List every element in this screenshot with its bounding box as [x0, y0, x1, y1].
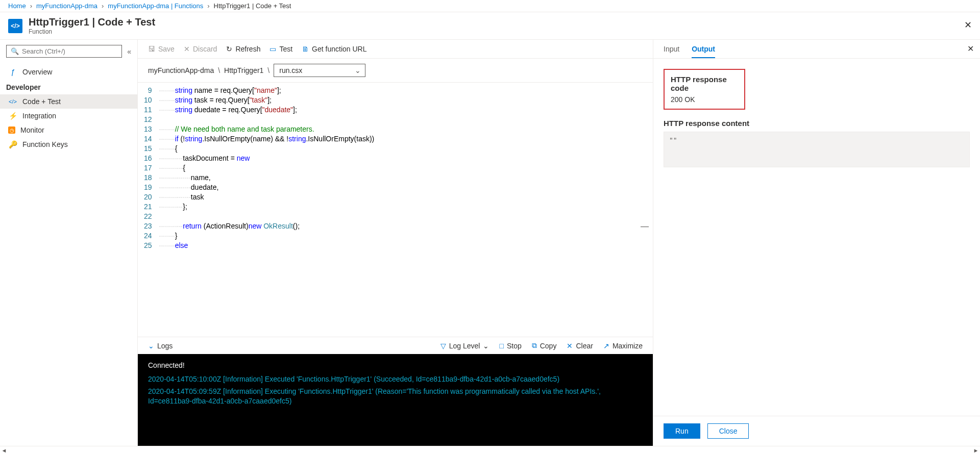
maximize-button[interactable]: ↗ Maximize	[603, 342, 643, 350]
search-field[interactable]	[22, 47, 117, 55]
code-icon: </>	[8, 98, 17, 105]
get-function-url-button[interactable]: 🗎 Get function URL	[302, 45, 366, 53]
breadcrumb-functions[interactable]: myFunctionApp-dma | Functions	[108, 2, 203, 10]
tab-output[interactable]: Output	[692, 45, 715, 58]
file-path-bar: myFunctionApp-dma \ HttpTrigger1 \ run.c…	[138, 59, 653, 83]
save-label: Save	[158, 45, 175, 53]
search-input[interactable]: 🔍	[6, 45, 122, 58]
refresh-icon: ↻	[226, 45, 232, 53]
center-pane: 🖫 Save ✕ Discard ↻ Refresh ▭ Test 🗎	[138, 40, 653, 446]
clear-icon: ✕	[567, 342, 573, 350]
filter-icon: ▽	[440, 342, 446, 350]
clear-label: Clear	[576, 342, 593, 350]
code-editor[interactable]: 910111213141516171819202122232425 ······…	[138, 83, 653, 337]
log-level-label: Log Level	[449, 342, 480, 350]
breadcrumb-current: HttpTrigger1 | Code + Test	[214, 2, 291, 10]
file-select-value: run.csx	[279, 66, 302, 74]
test-label: Test	[279, 45, 292, 53]
page-subtitle: Function	[29, 28, 155, 35]
clear-button[interactable]: ✕ Clear	[567, 342, 593, 350]
sidebar-item-label: Code + Test	[22, 97, 61, 106]
chevron-down-icon: ⌄	[148, 342, 154, 350]
sidebar-section-developer: Developer	[6, 83, 131, 91]
close-icon[interactable]: ✕	[964, 19, 972, 31]
sidebar-item-integration[interactable]: ⚡ Integration	[6, 109, 131, 123]
log-level-button[interactable]: ▽ Log Level ⌄	[440, 342, 489, 350]
sidebar-item-label: Monitor	[20, 126, 44, 134]
refresh-label: Refresh	[235, 45, 260, 53]
stop-icon: □	[499, 342, 503, 350]
response-code-value: 200 OK	[671, 95, 738, 104]
sidebar-item-label: Function Keys	[22, 140, 68, 148]
refresh-button[interactable]: ↻ Refresh	[226, 45, 260, 53]
chevron-right-icon: ›	[30, 2, 32, 10]
key-icon: 🔑	[8, 140, 17, 148]
sidebar-item-monitor[interactable]: ◷ Monitor	[6, 123, 131, 137]
discard-icon: ✕	[184, 45, 190, 53]
stop-label: Stop	[507, 342, 522, 350]
save-button[interactable]: 🖫 Save	[148, 45, 175, 53]
fold-icon[interactable]: —	[641, 221, 649, 231]
maximize-label: Maximize	[612, 342, 643, 350]
stop-button[interactable]: □ Stop	[499, 342, 521, 350]
sidebar-item-overview[interactable]: ƒ Overview	[6, 65, 131, 79]
scroll-right-icon[interactable]: ►	[972, 446, 980, 454]
copy-label: Copy	[540, 342, 557, 350]
code-area[interactable]: ········string name = req.Query["name"];…	[157, 83, 375, 337]
path-app: myFunctionApp-dma	[148, 66, 214, 74]
sidebar-item-label: Overview	[22, 68, 52, 76]
tab-input[interactable]: Input	[664, 45, 679, 58]
discard-label: Discard	[193, 45, 217, 53]
close-button[interactable]: Close	[707, 423, 749, 439]
get-url-label: Get function URL	[312, 45, 366, 53]
path-fn: HttpTrigger1	[224, 66, 263, 74]
copy-button[interactable]: ⧉ Copy	[532, 341, 557, 350]
lightning-icon: ⚡	[8, 112, 17, 120]
collapse-sidebar-icon[interactable]: «	[127, 47, 131, 56]
test-icon: ▭	[270, 45, 276, 53]
chevron-down-icon: ⌄	[483, 342, 489, 350]
function-fx-icon: ƒ	[8, 68, 17, 76]
copy-icon: ⧉	[532, 341, 537, 350]
sidebar-item-code-test[interactable]: </> Code + Test	[0, 94, 137, 109]
close-panel-icon[interactable]: ✕	[967, 44, 974, 54]
response-content-box: ""	[664, 132, 970, 167]
breadcrumb-home[interactable]: Home	[8, 2, 26, 10]
line-gutter: 910111213141516171819202122232425	[138, 83, 157, 337]
sidebar-item-label: Integration	[22, 112, 56, 120]
scroll-left-icon[interactable]: ◄	[0, 446, 8, 454]
monitor-icon: ◷	[8, 127, 15, 134]
response-content-label: HTTP response content	[664, 119, 970, 128]
url-icon: 🗎	[302, 45, 309, 53]
breadcrumb-app[interactable]: myFunctionApp-dma	[36, 2, 97, 10]
horizontal-scrollbar[interactable]: ◄ ►	[0, 446, 980, 454]
http-response-code-box: HTTP response code 200 OK	[664, 69, 745, 110]
path-sep: \	[218, 66, 220, 74]
save-icon: 🖫	[148, 45, 155, 53]
response-code-label: HTTP response code	[671, 75, 738, 92]
logs-label: Logs	[157, 342, 173, 350]
editor-toolbar: 🖫 Save ✕ Discard ↻ Refresh ▭ Test 🗎	[138, 40, 653, 59]
panel-tabs: Input Output	[653, 40, 980, 59]
logs-toggle-button[interactable]: ⌄ Logs	[148, 342, 173, 350]
chevron-right-icon: ›	[102, 2, 104, 10]
test-run-panel: ✕ Input Output HTTP response code 200 OK…	[653, 40, 980, 446]
function-icon: </>	[8, 19, 22, 33]
breadcrumb: Home › myFunctionApp-dma › myFunctionApp…	[0, 0, 980, 12]
log-console: Connected! 2020-04-14T05:10:00Z [Informa…	[138, 354, 653, 446]
logs-toolbar: ⌄ Logs ▽ Log Level ⌄ □ Stop ⧉ Copy	[138, 337, 653, 354]
page-header: </> HttpTrigger1 | Code + Test Function …	[0, 12, 980, 40]
maximize-icon: ↗	[603, 342, 609, 350]
file-select-dropdown[interactable]: run.csx	[274, 64, 365, 77]
console-connected: Connected!	[148, 361, 643, 369]
sidebar-item-function-keys[interactable]: 🔑 Function Keys	[6, 137, 131, 152]
panel-footer: Run Close	[653, 416, 980, 446]
chevron-right-icon: ›	[207, 2, 209, 10]
path-sep: \	[267, 66, 270, 74]
discard-button[interactable]: ✕ Discard	[184, 45, 217, 53]
search-icon: 🔍	[11, 47, 19, 55]
run-button[interactable]: Run	[664, 423, 700, 439]
page-title: HttpTrigger1 | Code + Test	[29, 16, 155, 28]
sidebar: 🔍 « ƒ Overview Developer </> Code + Test…	[0, 40, 138, 446]
test-button[interactable]: ▭ Test	[270, 45, 292, 53]
